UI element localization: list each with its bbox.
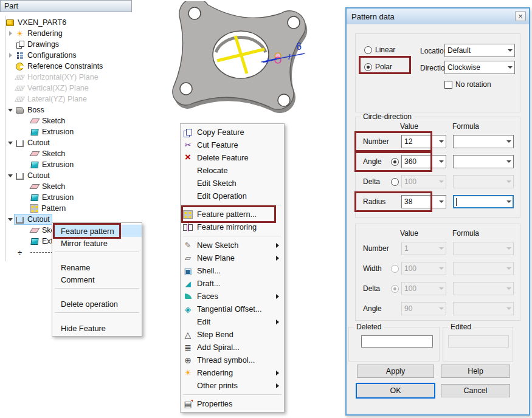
tree-item-hit-area[interactable]: Sketch xyxy=(29,116,67,126)
param-value-combo[interactable]: 100 xyxy=(401,175,446,188)
tree-item-hit-area[interactable]: Extrusion xyxy=(29,127,75,137)
tree-item-reference-constraints[interactable]: Reference Constraints xyxy=(0,61,132,72)
radio-icon[interactable] xyxy=(364,46,372,54)
tree-item-hit-area[interactable]: Cutout xyxy=(15,171,52,180)
menu-item-properties[interactable]: Properties xyxy=(181,397,284,410)
tree-item-hit-area[interactable]: Boss xyxy=(15,105,46,115)
tree-item-rendering[interactable]: Rendering xyxy=(0,28,132,39)
tree-item-hit-area[interactable]: VXEN_PART6 xyxy=(5,18,68,27)
tree-expander-icon[interactable] xyxy=(6,248,15,256)
tree-expander-icon[interactable] xyxy=(6,171,15,180)
menu-item-delete-operation[interactable]: Delete operation xyxy=(52,298,142,310)
menu-item-relocate[interactable]: Relocate xyxy=(181,164,284,177)
tree-expander-icon[interactable] xyxy=(6,139,15,147)
menu-item-tangential-offset[interactable]: Tangential Offset... xyxy=(181,303,284,315)
menu-item-edit-sketch[interactable]: Edit Sketch xyxy=(181,177,284,190)
menu-item-other-prints[interactable]: Other prints xyxy=(181,379,284,392)
tree-item-hit-area[interactable]: Reference Constraints xyxy=(15,61,105,71)
tree-item-hit-area[interactable]: Configurations xyxy=(15,50,78,60)
tree-item-hit-area[interactable]: Cutout xyxy=(15,138,52,148)
tree-expander-icon[interactable] xyxy=(21,128,29,136)
deleted-input[interactable] xyxy=(361,335,433,348)
tree-expander-icon[interactable] xyxy=(6,215,15,224)
param-formula-combo[interactable] xyxy=(453,175,514,188)
tree-item-sketch[interactable]: Sketch xyxy=(0,148,132,159)
direction-combo[interactable]: Clockwise xyxy=(444,61,515,74)
menu-item-rename[interactable]: Rename xyxy=(52,261,142,273)
tree-item-extrusion[interactable]: Extrusion xyxy=(0,192,132,203)
radio-icon[interactable] xyxy=(364,63,372,71)
tree-item-pattern[interactable]: Pattern xyxy=(0,203,132,214)
tree-item-hit-area[interactable]: Drawings xyxy=(15,39,61,49)
tree-item-hit-area[interactable]: Horizontal(XY) Plane xyxy=(15,72,100,82)
tree-item-hit-area[interactable]: Rendering xyxy=(15,29,64,38)
tree-item-horizontal-xy-plane[interactable]: Horizontal(XY) Plane xyxy=(0,72,132,83)
tree-item-hit-area[interactable]: Extrusion xyxy=(29,160,75,170)
menu-item-shell[interactable]: Shell... xyxy=(181,264,284,277)
tree-expander-icon[interactable] xyxy=(6,73,15,81)
menu-item-cut-feature[interactable]: Cut Feature xyxy=(181,139,284,151)
tree-expander-icon[interactable] xyxy=(21,237,29,245)
menu-item-feature-mirroring[interactable]: Feature mirroring xyxy=(181,221,284,233)
tree-item-hit-area[interactable] xyxy=(15,247,29,257)
tree-item-drawings[interactable]: Drawings xyxy=(0,39,132,50)
tree-item-vxen-part6[interactable]: VXEN_PART6 xyxy=(0,17,132,28)
menu-item-add-spiral[interactable]: Add Spiral... xyxy=(181,341,284,354)
param-value-combo[interactable]: 360 xyxy=(401,155,446,168)
apply-button[interactable]: Apply xyxy=(357,365,434,378)
help-button[interactable]: Help xyxy=(441,365,510,378)
param-radio-icon[interactable] xyxy=(391,158,399,166)
menu-item-new-sketch[interactable]: New Sketch xyxy=(181,239,284,252)
menu-item-new-plane[interactable]: New Plane xyxy=(181,252,284,264)
checkbox-icon[interactable] xyxy=(444,81,452,89)
tree-item-sketch[interactable]: Sketch xyxy=(0,181,132,192)
tree-item-hit-area[interactable]: Extrusion xyxy=(29,193,75,202)
location-combo[interactable]: Default xyxy=(444,44,515,57)
dialog-titlebar[interactable]: Pattern data × xyxy=(347,9,529,24)
tree-expander-icon[interactable] xyxy=(21,149,29,158)
tree-expander-icon[interactable] xyxy=(6,62,15,70)
tree-expander-icon[interactable] xyxy=(6,51,15,60)
tree-expander-icon[interactable] xyxy=(6,29,15,38)
tree-item-hit-area[interactable]: Vertical(XZ) Plane xyxy=(15,83,91,93)
param-value-combo[interactable]: 38 xyxy=(401,195,446,208)
tree-item-cutout[interactable]: Cutout xyxy=(0,137,132,148)
tree-item-hit-area[interactable]: Sketch xyxy=(29,182,67,191)
menu-item-thread-symbol[interactable]: Thread symbol... xyxy=(181,354,284,366)
menu-item-mirror-feature[interactable]: Mirror feature xyxy=(52,237,142,249)
tree-expander-icon[interactable] xyxy=(21,117,29,125)
menu-item-hide-feature[interactable]: Hide Feature xyxy=(52,322,142,334)
tree-expander-icon[interactable] xyxy=(6,40,15,49)
menu-item-edit[interactable]: Edit xyxy=(181,315,284,328)
param-formula-combo[interactable] xyxy=(453,195,514,208)
tree-expander-icon[interactable] xyxy=(6,84,15,92)
tree-item-boss[interactable]: Boss xyxy=(0,104,132,115)
param-radio-icon[interactable] xyxy=(391,178,399,186)
tree-expander-icon[interactable] xyxy=(21,193,29,202)
tree-expander-icon[interactable] xyxy=(21,204,29,213)
menu-item-comment[interactable]: Comment xyxy=(52,273,142,286)
tree-item-hit-area[interactable]: Cutout xyxy=(15,214,52,224)
param-formula-combo[interactable] xyxy=(453,135,514,148)
menu-item-draft[interactable]: Draft... xyxy=(181,277,284,290)
menu-item-faces[interactable]: Faces xyxy=(181,290,284,303)
tree-item-vertical-xz-plane[interactable]: Vertical(XZ) Plane xyxy=(0,83,132,94)
menu-item-delete-feature[interactable]: Delete Feature xyxy=(181,151,284,164)
tree-item-sketch[interactable]: Sketch xyxy=(0,115,132,126)
menu-item-feature-pattern[interactable]: Feature pattern xyxy=(52,225,142,237)
cancel-button[interactable]: Cancel xyxy=(441,384,510,397)
tree-expander-icon[interactable] xyxy=(21,160,29,169)
menu-item-feature-pattern[interactable]: Feature pattern... xyxy=(181,208,284,221)
tree-expander-icon[interactable] xyxy=(21,182,29,191)
model-viewport[interactable]: 6 xyxy=(172,1,318,117)
param-formula-combo[interactable] xyxy=(453,155,514,168)
no-rotation-option[interactable]: No rotation xyxy=(444,80,491,89)
tree-expander-icon[interactable] xyxy=(21,226,29,235)
tree-item-lateral-yz-plane[interactable]: Lateral(YZ) Plane xyxy=(0,94,132,104)
menu-item-copy-feature[interactable]: Copy Feature xyxy=(181,126,284,139)
tree-item-extrusion[interactable]: Extrusion xyxy=(0,126,132,137)
menu-item-edit-operation[interactable]: Edit Operation xyxy=(181,190,284,202)
menu-item-step-bend[interactable]: Step Bend xyxy=(181,328,284,341)
ok-button[interactable]: OK xyxy=(356,383,435,399)
tree-item-configurations[interactable]: Configurations xyxy=(0,50,132,61)
